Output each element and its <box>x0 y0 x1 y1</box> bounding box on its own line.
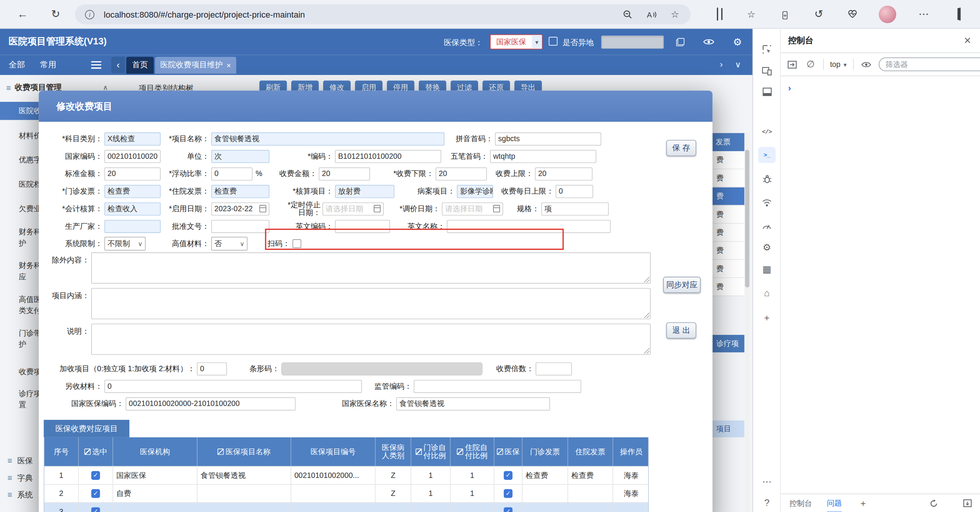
bg-tab-diagnosis[interactable]: 诊疗项 <box>712 335 744 352</box>
extra-material-input[interactable]: 0 <box>105 380 362 393</box>
table-row[interactable]: 2 ✓ 自费 Z 1 1 ✓ 海泰 <box>44 484 648 502</box>
col-medins-item-name[interactable]: 医保项目名称 <box>198 437 291 466</box>
site-info-icon[interactable]: i <box>85 10 94 19</box>
table-row[interactable]: 3 ✓ ✓ <box>44 502 648 512</box>
std-amount-input[interactable]: 20 <box>105 167 161 180</box>
addon-input[interactable]: 0 <box>197 362 227 375</box>
address-bar[interactable]: i localhost:8080/#/charge-project/projec… <box>75 4 691 24</box>
sidebar-toggle-icon[interactable] <box>952 8 967 21</box>
charge-amount-input[interactable]: 20 <box>319 167 370 180</box>
profile-avatar[interactable] <box>879 6 897 23</box>
sidebar-item[interactable]: 财务科 <box>19 227 41 238</box>
en-name-input[interactable] <box>447 220 611 233</box>
sources-icon[interactable]: </> <box>758 124 776 140</box>
bg-table-cell[interactable]: 费 <box>712 151 744 169</box>
dock-panel-icon[interactable] <box>758 84 776 100</box>
sidebar-group-dict[interactable]: ≡字典 <box>8 473 33 484</box>
sidebar-item[interactable]: 材料价 <box>19 130 41 141</box>
gear-icon[interactable]: ⚙ <box>730 35 745 49</box>
tab-home[interactable]: 首页 <box>126 57 154 74</box>
restart-icon[interactable] <box>929 499 938 508</box>
enable-date-input[interactable]: 2023-02-22 <box>211 202 270 215</box>
bg-table-cell[interactable]: 费 <box>712 169 744 187</box>
connotation-textarea[interactable] <box>91 288 650 320</box>
header-input[interactable] <box>601 36 664 49</box>
debugger-icon[interactable] <box>758 171 776 187</box>
code-input[interactable]: B10121010100200 <box>335 150 441 163</box>
inspect-icon[interactable] <box>758 41 776 57</box>
console-icon[interactable]: >_ <box>758 147 776 163</box>
national-code-input[interactable]: 002101010020 <box>105 150 161 163</box>
zoom-out-icon[interactable] <box>619 8 635 21</box>
eye-icon[interactable] <box>701 35 716 49</box>
multi-window-icon[interactable] <box>673 35 688 49</box>
refresh-icon[interactable]: ↻ <box>48 8 63 21</box>
unit-input[interactable]: 次 <box>211 150 270 163</box>
bg-tab-project[interactable]: 项目 <box>712 421 744 437</box>
add-drawer-tab-icon[interactable]: + <box>857 497 869 510</box>
subject-category-input[interactable]: X线检查 <box>105 132 161 145</box>
pinyin-input[interactable]: sgbcts <box>495 132 601 145</box>
bg-table-cell[interactable]: 费 <box>712 242 744 260</box>
nav-common[interactable]: 常用 <box>40 59 56 70</box>
col-outp-invoice[interactable]: 门诊发票 <box>523 437 568 466</box>
more-menu-icon[interactable]: ⋯ <box>916 8 931 21</box>
collections-icon[interactable]: + <box>777 8 792 21</box>
sidebar-item[interactable]: 欠费业 <box>19 204 41 214</box>
exclusion-textarea[interactable] <box>91 253 650 284</box>
insurance-type-select[interactable]: 国家医保 ▾ <box>490 34 542 49</box>
history-icon[interactable]: ↺ <box>811 8 826 21</box>
checked-checkbox-icon[interactable]: ✓ <box>504 489 513 498</box>
checked-checkbox-icon[interactable]: ✓ <box>91 489 100 498</box>
float-rate-input[interactable]: 0 <box>211 167 253 180</box>
sidebar-item[interactable]: 门诊带 <box>19 328 41 339</box>
sidebar-group-system[interactable]: ≡系统 <box>8 490 33 501</box>
read-aloud-icon[interactable]: A <box>643 8 659 21</box>
tab-close-icon[interactable]: × <box>227 61 231 70</box>
item-name-input[interactable]: 食管钡餐透视 <box>211 132 444 145</box>
sidebar-item[interactable]: 优惠字 <box>19 155 41 166</box>
note-textarea[interactable] <box>91 324 650 355</box>
tab-scroll-left-icon[interactable]: ‹ <box>111 57 125 73</box>
checked-checkbox-icon[interactable]: ✓ <box>504 507 513 512</box>
wubi-input[interactable]: wtqhtp <box>490 150 596 163</box>
medins-mapping-tab[interactable]: 医保收费对应项目 <box>44 420 129 437</box>
sidebar-item[interactable]: 财务科 <box>19 261 41 271</box>
col-inp-invoice[interactable]: 住院发票 <box>568 437 613 466</box>
sidebar-item[interactable]: 应 <box>19 272 26 282</box>
multiple-input[interactable] <box>536 362 572 375</box>
col-outp-self-ratio[interactable]: 门诊自 付比例 <box>411 437 451 466</box>
sidebar-item[interactable]: 类支付 <box>19 305 41 316</box>
col-serial[interactable]: 序号 <box>44 437 79 466</box>
performance-icon[interactable] <box>758 217 776 233</box>
sidebar-item[interactable]: 收费项 <box>19 367 41 377</box>
help-icon[interactable]: ? <box>758 494 776 510</box>
bg-table-cell[interactable]: 费 <box>712 260 744 278</box>
bg-table-cell[interactable]: 费 <box>712 223 744 241</box>
checked-checkbox-icon[interactable]: ✓ <box>91 471 100 480</box>
col-medins[interactable]: 医保 <box>494 437 522 466</box>
split-screen-icon[interactable] <box>710 8 725 21</box>
exit-button[interactable]: 退 出 <box>666 322 696 338</box>
tab-list-icon[interactable]: ∨ <box>735 60 741 69</box>
nav-all[interactable]: 全部 <box>9 59 25 70</box>
clear-console-icon[interactable]: ∅ <box>804 58 817 71</box>
upper-limit-input[interactable]: 20 <box>535 167 593 180</box>
col-operator[interactable]: 操作员 <box>613 437 650 466</box>
favorites-bar-icon[interactable]: ☆ <box>744 8 759 21</box>
nhsa-code-input[interactable]: 002101010020000-21010100200 <box>126 397 296 410</box>
drawer-tab-console[interactable]: 控制台 <box>789 494 812 512</box>
col-selected[interactable]: 选中 <box>79 437 113 466</box>
device-emulation-icon[interactable] <box>758 62 776 78</box>
spec-input[interactable]: 项 <box>541 202 609 215</box>
application-icon[interactable]: ▦ <box>758 261 776 277</box>
outp-invoice-input[interactable]: 检查费 <box>105 184 161 197</box>
nhsa-name-input[interactable]: 食管钡餐透视 <box>396 397 550 410</box>
en-code-input[interactable] <box>335 220 390 233</box>
back-icon[interactable]: ← <box>15 8 30 21</box>
daily-limit-input[interactable]: 0 <box>555 184 593 197</box>
account-item-input[interactable]: 放射费 <box>335 184 394 197</box>
sidebar-item[interactable]: 医院档 <box>19 179 41 190</box>
approval-input[interactable] <box>211 220 270 233</box>
sidebar-item[interactable]: 置 <box>19 400 26 411</box>
